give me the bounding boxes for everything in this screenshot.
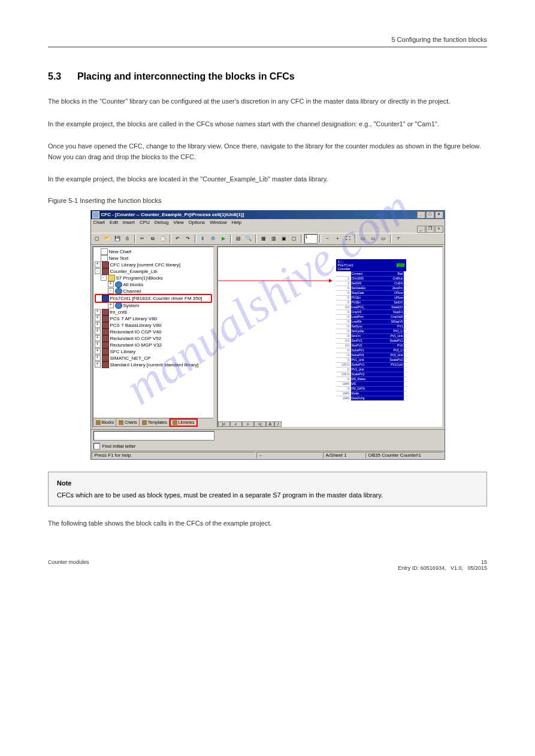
menu-edit[interactable]: Edit [110, 220, 118, 225]
tool1-icon[interactable]: ▭ [358, 234, 368, 244]
layout3-icon[interactable]: ▣ [279, 234, 289, 244]
tree-item[interactable]: +Redundant IO CGP V40 [95, 329, 212, 335]
menu-cpu[interactable]: CPU [140, 220, 150, 225]
tab-blocks[interactable]: Blocks [93, 418, 117, 427]
collapse-icon[interactable]: - [101, 275, 107, 281]
block-io-row[interactable]: 0-StopGateOFlow [336, 290, 406, 295]
zoom-out-icon[interactable]: − [323, 234, 333, 244]
expand-icon[interactable]: + [95, 355, 101, 361]
tree-item[interactable]: +Standard Library [current standard libr… [95, 362, 212, 368]
block-io-row[interactable]: 16#0-DataXchg [336, 396, 406, 400]
copy-icon[interactable]: ⧉ [148, 234, 158, 244]
tab-charts[interactable]: Charts [116, 418, 140, 427]
expand-icon[interactable]: + [95, 362, 101, 368]
mdi-restore-button[interactable]: ❐ [426, 226, 434, 233]
tree-item[interactable]: +SIMATIC_NET_CP [95, 355, 212, 362]
layout4-icon[interactable]: ▢ [289, 234, 299, 244]
sheet-tab-a[interactable]: A [266, 421, 275, 427]
tree-item[interactable]: -Counter_Example_Lib [95, 268, 212, 275]
help-icon[interactable]: ? [394, 234, 403, 244]
tree-item[interactable]: +Redundant IO CGP V52 [95, 335, 212, 342]
chart-canvas[interactable]: 1 Pcs7Cnt1 1/1 Counter ConnectBad1-Chn10… [217, 246, 443, 428]
maximize-button[interactable]: □ [426, 211, 434, 218]
block-io-row[interactable]: 0-LoadDirStDapV0 [336, 319, 406, 324]
expand-icon[interactable]: + [108, 302, 114, 308]
open-icon[interactable]: 📂 [102, 234, 112, 244]
block-io-row[interactable]: 0-SetCpZerPV1_Li [336, 329, 406, 333]
tool3-icon[interactable]: ▭ [379, 234, 388, 244]
block-io-row[interactable]: 0.0-SimPV2PV2 [336, 343, 406, 348]
undo-icon[interactable]: ↶ [173, 234, 183, 244]
nav-last-icon[interactable]: >| [254, 421, 266, 427]
expand-icon[interactable]: + [95, 315, 101, 321]
layout1-icon[interactable]: ▦ [259, 234, 268, 244]
download-icon[interactable]: ⬇ [198, 234, 208, 244]
zoom-fit-icon[interactable]: ⛶ [343, 234, 353, 244]
block-io-row[interactable]: 0-SubaPV1PV2_Li [336, 348, 406, 353]
cut-icon[interactable]: ✂ [138, 234, 147, 244]
tree-item[interactable]: New Chart [95, 248, 212, 255]
menu-insert[interactable]: Insert [123, 220, 135, 225]
block-io-row[interactable]: 0-PV2EnSetDO [336, 300, 406, 305]
tab-libraries[interactable]: Libraries [170, 418, 198, 427]
tree-item[interactable]: +PCS 7 AP Library V80 [95, 315, 212, 322]
collapse-icon[interactable]: - [95, 268, 101, 274]
compile-icon[interactable]: ⚙ [208, 234, 218, 244]
block-io-row[interactable]: 0-LoadPrmCmpVal0 [336, 314, 406, 319]
tree-item[interactable]: +System [95, 302, 212, 309]
block-io-row[interactable]: 100.0-ScalePV1PV1Cycli [336, 362, 406, 367]
expand-icon[interactable]: + [95, 262, 101, 268]
tree-item[interactable]: -S7 Program(1)\Blocks [95, 275, 212, 281]
tab-templates[interactable]: Templates [140, 418, 170, 427]
zoom-combo[interactable]: 1 [304, 234, 318, 244]
block-io-row[interactable]: 16#0-Mode [336, 391, 406, 396]
tree-item[interactable]: +fm_cnt8 [95, 309, 212, 315]
test-icon[interactable]: ▶ [219, 234, 228, 244]
print-icon[interactable]: ⎙ [123, 234, 132, 244]
block-io-row[interactable]: 0-PV1_UnitScalePV2 [336, 357, 406, 362]
expand-icon[interactable]: + [95, 342, 101, 348]
minimize-button[interactable]: _ [417, 211, 425, 218]
titlebar[interactable]: CFC - [Counter -- Counter_Example_Prj\Pr… [91, 211, 445, 219]
nav-next-icon[interactable]: > [242, 421, 254, 427]
block-io-row[interactable]: 1-SetD00CntDir [336, 281, 406, 286]
save-icon[interactable]: 💾 [113, 234, 122, 244]
expand-icon[interactable]: + [95, 335, 101, 341]
block-io-row[interactable]: 100.0-ScalePV2 [336, 372, 406, 377]
block-io-row[interactable]: 0-CmpV0StopD1 [336, 309, 406, 314]
block-io-row[interactable]: 0-SwGateEnZeroFm [336, 286, 406, 290]
block-io-row[interactable]: 0-PV2_Unit [336, 367, 406, 372]
function-block[interactable]: 1 Pcs7Cnt1 1/1 Counter ConnectBad1-Chn10… [336, 259, 406, 400]
block-io-row[interactable]: ConnectBad [336, 271, 406, 276]
block-io-row[interactable]: 1-Chn1000CntRun [336, 276, 406, 281]
tree-item[interactable]: Pcs7Cnt1 [FB1833: Counter driver FM 350] [95, 294, 212, 303]
find-icon[interactable]: 🔍 [244, 234, 253, 244]
expand-icon[interactable]: + [95, 309, 101, 315]
block-io-row[interactable]: 0-SatSyncPV1 [336, 324, 406, 329]
layout2-icon[interactable]: ▥ [269, 234, 279, 244]
catalog-icon[interactable]: ▤ [234, 234, 243, 244]
tree-item[interactable]: +SFC Library [95, 348, 212, 355]
menu-view[interactable]: View [173, 220, 183, 225]
expand-icon[interactable]: + [95, 348, 101, 354]
tree-item[interactable]: +All blocks [95, 281, 212, 288]
block-io-row[interactable]: 0.0-SimPV1ScalePV1 [336, 338, 406, 343]
menu-chart[interactable]: Chart [93, 220, 105, 225]
tree-item[interactable]: +Redundant IO MGP V32 [95, 342, 212, 348]
block-io-row[interactable]: 0-FM_DATA [336, 386, 406, 391]
expand-icon[interactable]: + [95, 329, 101, 335]
block-io-row[interactable]: 0-SubaPV2PV2_Unit [336, 353, 406, 357]
block-io-row[interactable]: 0-SimOnPV1_Unit [336, 333, 406, 338]
filter-combo[interactable] [93, 431, 214, 441]
tree-item[interactable]: +CFC Library [current CFC library] [95, 262, 212, 268]
nav-prev-icon[interactable]: < [230, 421, 242, 427]
zoom-in-icon[interactable]: + [333, 234, 343, 244]
menu-debug[interactable]: Debug [155, 220, 169, 225]
menu-options[interactable]: Options [189, 220, 205, 225]
collapse-icon[interactable]: - [108, 288, 114, 294]
menu-window[interactable]: Window [210, 220, 226, 225]
paste-icon[interactable]: 📋 [158, 234, 168, 244]
nav-first-icon[interactable]: |< [218, 421, 230, 427]
mdi-minimize-button[interactable]: _ [417, 226, 425, 233]
tree-item[interactable]: New Text [95, 255, 212, 262]
